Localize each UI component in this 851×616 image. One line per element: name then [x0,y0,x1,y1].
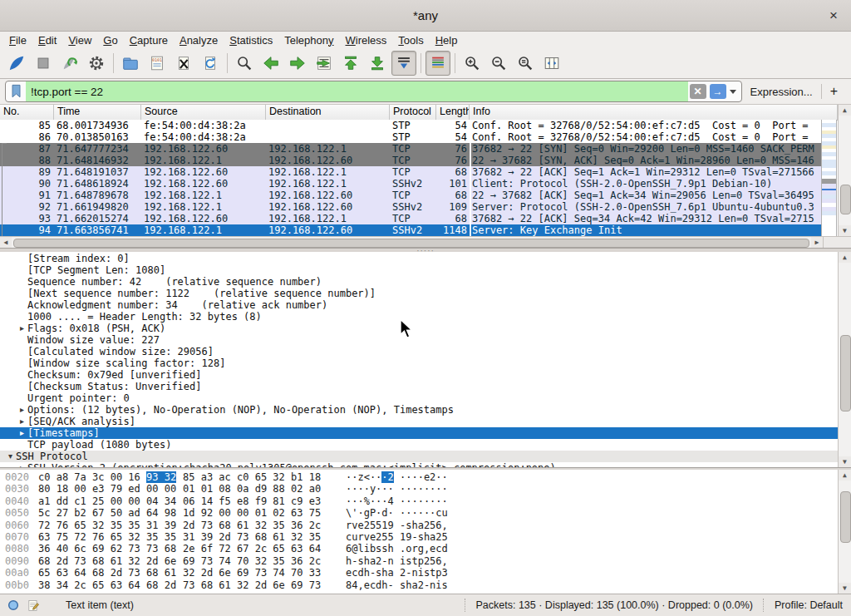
packet-list-header[interactable]: No. Time Source Destination Protocol Len… [0,105,838,121]
menu-wireless[interactable]: Wireless [340,33,393,47]
detail-row[interactable]: [Stream index: 0] [0,253,838,264]
filter-bookmark-icon[interactable] [6,81,26,101]
scrollbar-thumb[interactable] [13,239,809,248]
scrollbar-thumb[interactable] [840,185,851,214]
scroll-down-icon[interactable]: ▼ [839,225,851,236]
detail-row[interactable]: Window size value: 227 [0,334,838,346]
hex-row[interactable]: 009068 2d 73 68 61 32 2d 6e69 73 74 70 3… [0,555,838,567]
packet-list-minimap[interactable] [821,120,837,236]
detail-row[interactable]: ▸[Timestamps] [0,427,838,439]
scroll-up-icon[interactable]: ▲ [839,252,851,263]
detail-row[interactable]: ▾SSH Protocol [0,451,838,462]
expert-info-icon[interactable] [7,599,20,612]
detail-row[interactable]: Acknowledgment number: 34 (relative ack … [0,299,838,311]
hex-vscrollbar[interactable]: ▲ ▼ [838,470,851,594]
close-capture-file-button[interactable] [171,51,196,76]
expand-icon[interactable]: ▸ [17,404,27,416]
scroll-up-icon[interactable]: ▲ [839,470,851,480]
menu-telephony[interactable]: Telephony [278,33,339,47]
go-to-packet-button[interactable] [312,51,337,76]
auto-scroll-toggle-button[interactable] [391,51,416,76]
menu-file[interactable]: File [3,33,32,47]
detail-row[interactable]: 1000 .... = Header Length: 32 bytes (8) [0,311,838,323]
packet-row-86[interactable]: 8670.013850163fe:54:00:d4:38:2aSTP54Conf… [0,131,823,143]
detail-row[interactable]: ▸Flags: 0x018 (PSH, ACK) [0,323,838,334]
menu-view[interactable]: View [62,33,97,47]
hex-row[interactable]: 007063 75 72 76 65 32 35 3531 39 2d 73 6… [0,531,838,543]
detail-row[interactable]: [TCP Segment Len: 1080] [0,264,838,276]
packet-row-92[interactable]: 9271.661949820192.168.122.1192.168.122.6… [0,201,823,213]
packet-row-89[interactable]: 8971.648191037192.168.122.60192.168.122.… [0,166,823,178]
go-last-packet-button[interactable] [365,51,390,76]
packet-row-87[interactable]: 8771.647777234192.168.122.60192.168.122.… [0,143,823,155]
display-filter-input[interactable] [26,81,688,101]
colorize-toggle-button[interactable] [426,51,450,76]
detail-row[interactable]: [Next sequence number: 1122 (relative se… [0,288,838,299]
packet-list-hscrollbar[interactable]: ◀ ▶ [0,236,823,248]
filter-clear-button[interactable]: ✕ [690,84,706,99]
detail-row[interactable]: ▸SSH Version 2 (encryption:chacha20-poly… [0,462,838,467]
scroll-down-icon[interactable]: ▼ [839,583,851,594]
reload-capture-file-button[interactable] [198,51,223,76]
zoom-original-button[interactable] [513,51,538,76]
hex-row[interactable]: 0040a1 dd c1 25 00 00 04 3406 14 f5 e8 f… [0,495,838,507]
detail-row[interactable]: ▸Options: (12 bytes), No-Operation (NOP)… [0,404,838,416]
detail-vscrollbar[interactable]: ▲ ▼ [838,252,851,467]
scrollbar-thumb[interactable] [840,335,851,411]
detail-row[interactable]: Checksum: 0x79ed [unverified] [0,369,838,381]
menu-capture[interactable]: Capture [124,33,174,47]
col-source[interactable]: Source [141,105,266,120]
col-info[interactable]: Info [470,105,838,120]
scrollbar-thumb[interactable] [840,491,851,543]
capture-comment-icon[interactable] [27,599,41,613]
find-packet-button[interactable] [232,51,257,76]
menu-help[interactable]: Help [430,33,464,47]
menu-analyze[interactable]: Analyze [174,33,224,47]
hex-row[interactable]: 00b038 34 2c 65 63 64 68 2d73 68 61 32 2… [0,579,838,591]
collapse-icon[interactable]: ▾ [5,451,16,462]
hex-row[interactable]: 00a065 63 64 68 2d 73 68 6132 2d 6e 69 7… [0,567,838,579]
save-capture-file-button[interactable]: 0101 [145,51,170,76]
detail-row[interactable]: [Checksum Status: Unverified] [0,381,838,392]
packet-row-85[interactable]: 8568.001734936fe:54:00:d4:38:2aSTP54Conf… [0,120,823,131]
col-length[interactable]: Length [436,105,470,120]
filter-apply-button[interactable]: → [710,84,726,99]
restart-capture-button[interactable] [57,51,82,76]
packet-row-88[interactable]: 8871.648146932192.168.122.1192.168.122.6… [0,155,823,166]
packet-row-90[interactable]: 9071.648618924192.168.122.60192.168.122.… [0,178,823,190]
start-capture-button[interactable] [4,51,29,76]
expand-icon[interactable]: ▸ [17,416,27,427]
scroll-down-icon[interactable]: ▼ [839,456,851,467]
scroll-up-icon[interactable]: ▲ [839,105,851,116]
capture-options-button[interactable] [84,51,109,76]
detail-row[interactable]: Urgent pointer: 0 [0,392,838,404]
hex-row[interactable]: 00505c 27 b2 67 50 ad 64 981d 92 00 00 0… [0,507,838,519]
expand-icon[interactable]: ▸ [17,427,27,439]
packet-list-vscrollbar[interactable]: ▲ ▼ [838,105,851,236]
scroll-right-icon[interactable]: ▶ [811,237,823,248]
hex-row[interactable]: 003080 18 00 e3 79 ed 00 0001 01 08 0a d… [0,483,838,495]
open-capture-file-button[interactable] [118,51,143,76]
stop-capture-button[interactable] [31,51,56,76]
detail-row[interactable]: [Window size scaling factor: 128] [0,357,838,369]
go-back-button[interactable] [258,51,283,76]
packet-row-94[interactable]: 9471.663856741192.168.122.1192.168.122.6… [0,224,823,236]
title-bar[interactable]: *any × [0,0,851,32]
packet-row-93[interactable]: 9371.662015274192.168.122.60192.168.122.… [0,213,823,224]
detail-row[interactable]: Sequence number: 42 (relative sequence n… [0,276,838,288]
resize-columns-button[interactable] [539,51,564,76]
go-forward-button[interactable] [285,51,310,76]
zoom-in-button[interactable] [460,51,485,76]
menu-tools[interactable]: Tools [392,33,429,47]
close-window-button[interactable]: × [824,7,843,25]
zoom-out-button[interactable] [486,51,511,76]
expand-icon[interactable]: ▸ [17,323,27,334]
menu-edit[interactable]: Edit [32,33,62,47]
go-first-packet-button[interactable] [338,51,363,76]
col-time[interactable]: Time [54,105,141,120]
hex-row[interactable]: 008036 40 6c 69 62 73 73 682e 6f 72 67 2… [0,543,838,554]
menu-go[interactable]: Go [97,33,123,47]
col-destination[interactable]: Destination [266,105,390,120]
col-no[interactable]: No. [0,105,54,120]
scroll-left-icon[interactable]: ◀ [0,237,12,248]
